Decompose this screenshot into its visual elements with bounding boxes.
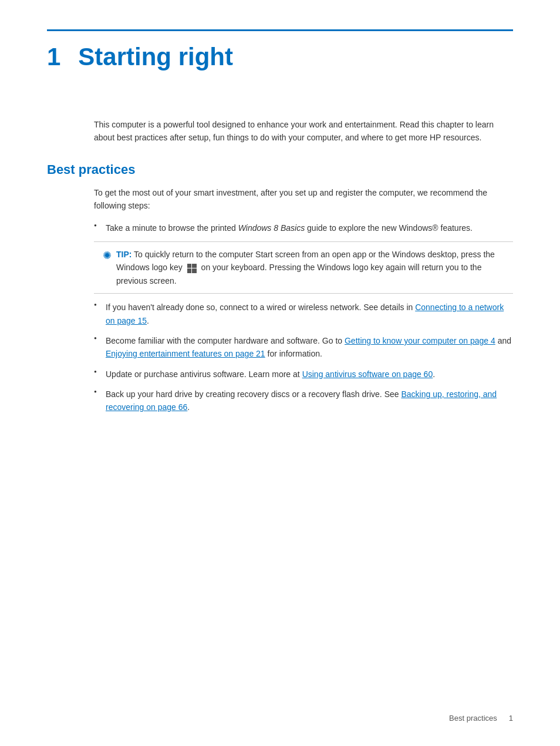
- tip-icon: ✺: [103, 249, 112, 262]
- chapter-number: 1: [47, 43, 60, 71]
- bullet3-after: for information.: [265, 349, 322, 358]
- chapter-header: 1 Starting right: [47, 43, 513, 71]
- top-border: [47, 29, 513, 31]
- section-intro: To get the most out of your smart invest…: [94, 186, 513, 213]
- tip-content: TIP: To quickly return to the computer S…: [116, 248, 504, 287]
- list-item-1: Take a minute to browse the printed Wind…: [94, 221, 513, 234]
- footer-text: Best practices 1: [449, 714, 513, 723]
- tip-label: TIP:: [116, 250, 131, 259]
- list-item-3: Become familiar with the computer hardwa…: [94, 334, 513, 361]
- best-practices-list-2: If you haven't already done so, connect …: [94, 301, 513, 414]
- entertainment-link[interactable]: Enjoying entertainment features on page …: [106, 349, 265, 358]
- list-item-2: If you haven't already done so, connect …: [94, 301, 513, 327]
- bullet2-before: If you haven't already done so, connect …: [106, 303, 415, 312]
- footer-section: Best practices: [449, 714, 497, 723]
- page: 1 Starting right This computer is a powe…: [0, 0, 560, 746]
- intro-text: This computer is a powerful tool designe…: [94, 118, 513, 145]
- bullet3-middle: and: [495, 336, 511, 345]
- bullet5-after: .: [187, 402, 190, 412]
- bullet1-after: guide to explore the new Windows® featur…: [305, 223, 473, 233]
- bullet2-after: .: [147, 316, 149, 325]
- getting-to-know-link[interactable]: Getting to know your computer on page 4: [345, 336, 495, 345]
- bullet4-before: Update or purchase antivirus software. L…: [106, 369, 302, 379]
- tip-box: ✺ TIP: To quickly return to the computer…: [94, 241, 513, 294]
- bullet3-before: Become familiar with the computer hardwa…: [106, 336, 345, 345]
- chapter-title: Starting right: [78, 43, 233, 71]
- footer-page: 1: [509, 714, 513, 723]
- antivirus-link[interactable]: Using antivirus software on page 60: [302, 369, 433, 379]
- windows-key-icon: [187, 264, 197, 273]
- list-item-5: Back up your hard drive by creating reco…: [94, 388, 513, 414]
- bullet4-after: .: [433, 369, 435, 379]
- bullet5-before: Back up your hard drive by creating reco…: [106, 389, 401, 399]
- section-title: Best practices: [47, 162, 513, 177]
- footer: Best practices 1: [449, 714, 513, 723]
- bullet1-before: Take a minute to browse the printed: [106, 223, 238, 233]
- bullet1-italic: Windows 8 Basics: [238, 223, 305, 233]
- list-item-4: Update or purchase antivirus software. L…: [94, 368, 513, 381]
- best-practices-list: Take a minute to browse the printed Wind…: [94, 221, 513, 234]
